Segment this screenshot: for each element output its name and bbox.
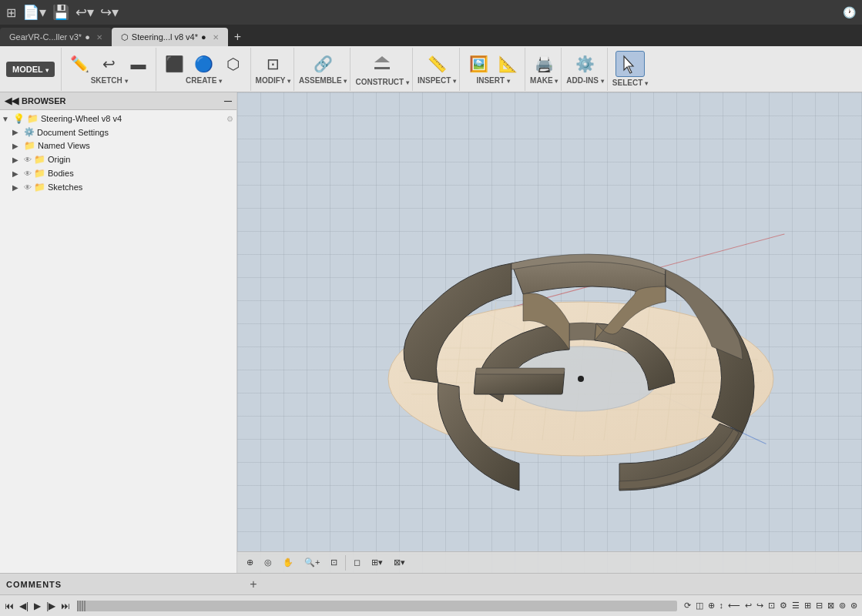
root-folder-icon: 📁	[27, 113, 39, 124]
orbit-button[interactable]: ⊕	[242, 556, 258, 569]
insert-label: INSERT ▾	[476, 76, 509, 85]
addins-section: ⚙️ ADD-INS ▾	[563, 48, 607, 91]
addins-button[interactable]: ⚙️	[572, 53, 599, 75]
anim-icon-3[interactable]: ⊕	[706, 601, 716, 611]
doc-settings-toggle[interactable]: ▶	[12, 128, 22, 136]
svg-rect-22	[475, 368, 565, 374]
select-section: SELECT ▾	[609, 48, 651, 91]
insert-image-button[interactable]: 🖼️	[465, 53, 492, 75]
anim-icon-11[interactable]: ⊞	[803, 601, 813, 611]
anim-icon-2[interactable]: ◫	[694, 601, 705, 611]
modify-button[interactable]: ⊡	[259, 53, 287, 75]
browser-minimize-icon[interactable]: ─	[224, 95, 232, 107]
bottom-toolbar: ⊕ ◎ ✋ 🔍+ ⊡ ◻ ⊞▾ ⊠▾	[237, 551, 862, 573]
sketch-back-button[interactable]: ↩	[96, 53, 123, 75]
anim-icon-4[interactable]: ↕	[718, 601, 726, 611]
redo-icon[interactable]: ↪▾	[100, 4, 119, 21]
viewport[interactable]: ⊕ ◎ ✋ 🔍+ ⊡ ◻ ⊞▾ ⊠▾	[237, 92, 862, 573]
assemble-section: 🔗 ASSEMBLE ▾	[296, 48, 351, 91]
create-extrude-button[interactable]: ⬛	[161, 53, 189, 75]
prev-frame-button[interactable]: ⏮	[3, 601, 15, 611]
create-revolve-button[interactable]: 🔵	[190, 53, 218, 75]
tab-gearVR-save-dot: ●	[85, 32, 90, 42]
select-cursor-icon	[619, 53, 641, 75]
anim-icon-8[interactable]: ⊡	[766, 601, 776, 611]
zoom-button[interactable]: 🔍+	[300, 556, 324, 569]
browser-content: ▼ 💡 📁 Steering-Wheel v8 v4 ⚙ ▶ ⚙️ Docume…	[0, 110, 236, 573]
make-button[interactable]: 🖨️	[530, 53, 558, 75]
origin-toggle[interactable]: ▶	[12, 156, 22, 164]
sketches-folder-icon: 📁	[34, 182, 45, 192]
anim-icon-13[interactable]: ⊠	[826, 601, 836, 611]
tree-root[interactable]: ▼ 💡 📁 Steering-Wheel v8 v4 ⚙	[0, 112, 236, 126]
anim-icon-12[interactable]: ⊟	[814, 601, 824, 611]
bodies-toggle[interactable]: ▶	[12, 169, 22, 178]
browser-title: BROWSER	[22, 96, 65, 105]
tick-4	[84, 601, 86, 611]
tree-sketches[interactable]: ▶ 👁 📁 Sketches	[0, 180, 236, 194]
svg-marker-2	[624, 56, 633, 73]
inspect-button[interactable]: 📏	[423, 53, 451, 75]
next-frame-button[interactable]: ⏭	[59, 601, 72, 611]
tab-steering-close[interactable]: ✕	[213, 33, 219, 42]
anim-icon-5[interactable]: ⟵	[726, 601, 742, 611]
tree-doc-settings[interactable]: ▶ ⚙️ Document Settings	[0, 126, 236, 139]
tab-steering[interactable]: ⬡ Steering...l v8 v4* ● ✕	[112, 28, 228, 46]
sketches-eye-icon[interactable]: 👁	[24, 183, 32, 192]
add-tab-button[interactable]: +	[228, 28, 247, 46]
browser-collapse-icon[interactable]: ◀◀	[5, 95, 18, 106]
anim-icon-1[interactable]: ⟳	[683, 601, 693, 611]
root-settings-icon[interactable]: ⚙	[226, 115, 233, 123]
anim-icon-10[interactable]: ☰	[790, 601, 801, 611]
titlebar: ⊞ 📄▾ 💾 ↩▾ ↪▾ 🕐	[0, 0, 862, 25]
sketch-button[interactable]: ✏️	[66, 53, 94, 75]
animation-bar: ⏮ ◀| ▶ |▶ ⏭ ⟳ ◫ ⊕ ↕ ⟵ ↩ ↪ ⊡ ⚙ ☰ ⊞ ⊟ ⊠ ⊚ …	[0, 594, 862, 616]
sketch-section: ✏️ ↩ ▬ SKETCH ▾	[63, 48, 156, 91]
step-back-button[interactable]: ◀|	[18, 601, 30, 611]
save-icon[interactable]: 💾	[52, 4, 69, 21]
tab-steering-save-dot: ●	[201, 32, 206, 42]
view-cube-button[interactable]: ◻	[349, 556, 365, 569]
step-forward-button[interactable]: |▶	[45, 601, 57, 611]
create-sphere-button[interactable]: ⬡	[220, 53, 247, 75]
play-button[interactable]: ▶	[32, 601, 42, 611]
look-at-button[interactable]: ◎	[260, 556, 277, 569]
construct-section: CONSTRUCT ▾	[352, 48, 413, 91]
file-menu-icon[interactable]: 📄▾	[22, 4, 46, 21]
tab-gearVR[interactable]: GearVR-C...ller v3* ● ✕	[0, 28, 112, 46]
model-section: MODEL ▾	[3, 48, 62, 91]
bodies-eye-icon[interactable]: 👁	[24, 169, 32, 178]
tree-origin[interactable]: ▶ 👁 📁 Origin	[0, 152, 236, 166]
anim-icon-9[interactable]: ⚙	[778, 601, 789, 611]
root-toggle-icon[interactable]: ▼	[2, 115, 11, 123]
named-views-toggle[interactable]: ▶	[12, 142, 22, 150]
zoom-fit-button[interactable]: ⊡	[326, 556, 342, 569]
tree-named-views[interactable]: ▶ 📁 Named Views	[0, 139, 236, 152]
select-button[interactable]	[615, 51, 645, 77]
timeline-track[interactable]	[77, 601, 676, 611]
construct-button[interactable]	[368, 52, 396, 76]
app-grid-icon[interactable]: ⊞	[6, 5, 16, 20]
sketch-rect-button[interactable]: ▬	[125, 54, 153, 75]
named-views-folder-icon: 📁	[24, 140, 35, 151]
anim-icon-15[interactable]: ⊛	[849, 601, 859, 611]
comments-plus-button[interactable]: +	[250, 578, 257, 591]
select-label: SELECT ▾	[612, 79, 648, 87]
tree-bodies[interactable]: ▶ 👁 📁 Bodies	[0, 166, 236, 180]
insert-mesh-button[interactable]: 📐	[494, 53, 522, 75]
undo-icon[interactable]: ↩▾	[75, 4, 94, 21]
assemble-button[interactable]: 🔗	[309, 53, 337, 75]
svg-rect-21	[474, 371, 565, 394]
model-button[interactable]: MODEL ▾	[6, 62, 55, 77]
anim-icon-14[interactable]: ⊚	[837, 601, 847, 611]
anim-icon-7[interactable]: ↪	[755, 601, 765, 611]
anim-icon-6[interactable]: ↩	[743, 601, 753, 611]
sketches-toggle[interactable]: ▶	[12, 183, 22, 192]
root-lightbulb-icon: 💡	[13, 113, 25, 124]
pan-button[interactable]: ✋	[278, 556, 298, 569]
tick-2	[79, 601, 81, 611]
grid-button[interactable]: ⊞▾	[367, 556, 387, 569]
view-options-button[interactable]: ⊠▾	[389, 556, 410, 569]
origin-eye-icon[interactable]: 👁	[24, 156, 32, 164]
tab-gearVR-close[interactable]: ✕	[96, 33, 102, 42]
